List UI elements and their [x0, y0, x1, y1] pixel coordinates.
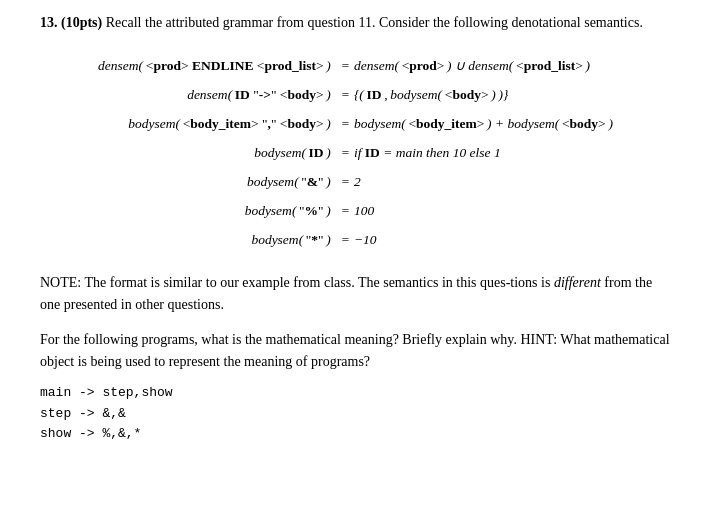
- code-line-1: main -> step,show: [40, 383, 671, 404]
- sem-rhs-4: if ID = main then 10 else 1: [354, 138, 613, 167]
- sem-lhs-7: bodysem( "*" ): [98, 225, 337, 254]
- sem-eq-5: =: [337, 167, 354, 196]
- sem-eq-4: =: [337, 138, 354, 167]
- code-line-3: show -> %,&,*: [40, 424, 671, 445]
- question-number: 13.: [40, 15, 58, 30]
- question-points: (10pts): [61, 15, 106, 30]
- note-label: NOTE:: [40, 275, 81, 290]
- sem-eq-6: =: [337, 196, 354, 225]
- sem-row-5: bodysem( "&" ) = 2: [98, 167, 613, 196]
- sem-rhs-1: densem( <prod> ) ∪ densem( <prod_list> ): [354, 51, 613, 80]
- semantics-block: densem( <prod> ENDLINE <prod_list> ) = d…: [40, 51, 671, 254]
- sem-lhs-4: bodysem( ID ): [98, 138, 337, 167]
- semantics-table: densem( <prod> ENDLINE <prod_list> ) = d…: [98, 51, 613, 254]
- sem-eq-3: =: [337, 109, 354, 138]
- note-paragraph: NOTE: The format is similar to our examp…: [40, 272, 671, 315]
- code-line-2: step -> &,&: [40, 404, 671, 425]
- sem-rhs-3: bodysem( <body_item> ) + bodysem( <body>…: [354, 109, 613, 138]
- note-italic: different: [554, 275, 601, 290]
- sem-lhs-6: bodysem( "%" ): [98, 196, 337, 225]
- body-question: For the following programs, what is the …: [40, 329, 671, 372]
- sem-rhs-7: −10: [354, 225, 613, 254]
- question-header: 13. (10pts) Recall the attributed gramma…: [40, 12, 671, 33]
- sem-row-3: bodysem( <body_item> "," <body> ) = body…: [98, 109, 613, 138]
- sem-row-7: bodysem( "*" ) = −10: [98, 225, 613, 254]
- sem-row-2: densem( ID "->" <body> ) = {( ID , bodys…: [98, 80, 613, 109]
- sem-rhs-6: 100: [354, 196, 613, 225]
- sem-eq-7: =: [337, 225, 354, 254]
- sem-eq-2: =: [337, 80, 354, 109]
- sem-lhs-2: densem( ID "->" <body> ): [98, 80, 337, 109]
- question-intro: Recall the attributed grammar from quest…: [106, 15, 643, 30]
- sem-rhs-2: {( ID , bodysem( <body> ) )}: [354, 80, 613, 109]
- sem-lhs-5: bodysem( "&" ): [98, 167, 337, 196]
- sem-row-4: bodysem( ID ) = if ID = main then 10 els…: [98, 138, 613, 167]
- sem-lhs-3: bodysem( <body_item> "," <body> ): [98, 109, 337, 138]
- sem-rhs-5: 2: [354, 167, 613, 196]
- note-text1: The format is similar to our example fro…: [84, 275, 553, 290]
- sem-lhs-1: densem( <prod> ENDLINE <prod_list> ): [98, 51, 337, 80]
- sem-eq-1: =: [337, 51, 354, 80]
- sem-row-1: densem( <prod> ENDLINE <prod_list> ) = d…: [98, 51, 613, 80]
- code-block: main -> step,show step -> &,& show -> %,…: [40, 383, 671, 445]
- question-container: 13. (10pts) Recall the attributed gramma…: [40, 12, 671, 445]
- sem-row-6: bodysem( "%" ) = 100: [98, 196, 613, 225]
